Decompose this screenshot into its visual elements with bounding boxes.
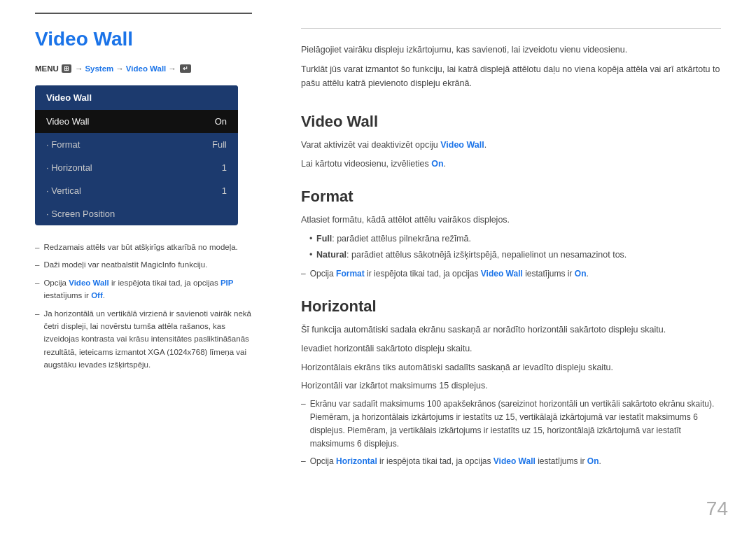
arrow2: → <box>115 64 124 73</box>
videowall-label: Video Wall <box>126 64 167 73</box>
top-divider <box>35 13 252 14</box>
page-number: 74 <box>706 498 728 520</box>
section-note: –Ekrānu var sadalīt maksimums 100 apakše… <box>301 398 721 451</box>
menu-path: MENU ⊞ → System → Video Wall → ↵ <box>35 64 252 73</box>
page-layout: Video Wall MENU ⊞ → System → Video Wall … <box>0 0 756 534</box>
sections-container: Video WallVarat aktivizēt vai deaktivizē… <box>301 96 721 472</box>
bullet-list: Full: parādiet attēlus pilnekrāna režīmā… <box>301 232 721 262</box>
section-title-horizontal: Horizontal <box>301 297 721 316</box>
section-paragraph: Horizontāli var izkārtot maksimums 15 di… <box>301 379 721 393</box>
enter-icon: ↵ <box>180 64 191 73</box>
arrow1: → <box>75 64 83 73</box>
section-note: –Opcija Horizontal ir iespējota tikai ta… <box>301 455 721 468</box>
intro2: Turklāt jūs varat izmantot šo funkciju, … <box>301 62 721 90</box>
intro1: Pielāgojiet vairāku displeju izkārtojumu… <box>301 43 721 57</box>
menu-item[interactable]: · Vertical1 <box>35 179 238 202</box>
section-paragraph: Varat aktivizēt vai deaktivizēt opciju V… <box>301 138 721 153</box>
arrow3: → <box>168 64 176 73</box>
menu-item-value: 1 <box>222 185 227 196</box>
menu-box-title: Video Wall <box>35 85 238 110</box>
note-text: Opcija Video Wall ir iespējota tikai tad… <box>43 276 252 302</box>
note-text: Opcija Horizontal ir iespējota tikai tad… <box>310 455 601 468</box>
note-text: Opcija Format ir iespējota tikai tad, ja… <box>310 267 589 281</box>
right-panel: Pielāgojiet vairāku displeju izkārtojumu… <box>273 0 756 534</box>
menu-item[interactable]: · Horizontal1 <box>35 156 238 179</box>
note-item: –Redzamais attēls var būt atšķirīgs atka… <box>35 241 252 253</box>
menu-item[interactable]: · Screen Position <box>35 202 238 225</box>
menu-item[interactable]: Video WallOn <box>35 110 238 133</box>
menu-box: Video Wall Video WallOn· FormatFull· Hor… <box>35 85 238 225</box>
system-label: System <box>85 64 113 73</box>
note-item: –Ja horizontālā un vertikālā virzienā ir… <box>35 307 252 372</box>
note-text: Daži modeļi var neatbalstīt MagicInfo fu… <box>43 258 207 271</box>
note-item: –Daži modeļi var neatbalstīt MagicInfo f… <box>35 258 252 271</box>
menu-item[interactable]: · FormatFull <box>35 133 238 156</box>
bullet-item: Natural: parādiet attēlus sākotnējā izšķ… <box>309 248 721 262</box>
note-dash: – <box>301 455 306 468</box>
bullet-item: Full: parādiet attēlus pilnekrāna režīmā… <box>309 232 721 246</box>
section-paragraph: Ievadiet horizontāli sakārtoto displeju … <box>301 342 721 356</box>
notes-section: –Redzamais attēls var būt atšķirīgs atka… <box>35 241 252 372</box>
note-item: –Opcija Video Wall ir iespējota tikai ta… <box>35 276 252 302</box>
section-title-video-wall: Video Wall <box>301 113 721 131</box>
note-dash: – <box>35 307 39 320</box>
menu-item-label: · Screen Position <box>46 209 115 219</box>
menu-item-label: Video Wall <box>46 116 89 127</box>
section-title-format: Format <box>301 188 721 206</box>
note-dash: – <box>35 241 39 253</box>
note-dash: – <box>301 398 306 451</box>
menu-item-value: Full <box>212 139 227 150</box>
note-dash: – <box>301 267 306 281</box>
note-dash: – <box>35 258 39 271</box>
note-dash: – <box>35 276 39 289</box>
section-paragraph: Horizontālais ekrāns tiks automātiski sa… <box>301 360 721 375</box>
menu-item-value: On <box>215 116 227 127</box>
section-paragraph: Lai kārtotu videosienu, izvēlieties On. <box>301 157 721 171</box>
section-note: –Opcija Format ir iespējota tikai tad, j… <box>301 267 721 281</box>
menu-item-label: · Horizontal <box>46 162 92 173</box>
menu-item-value: 1 <box>222 162 227 173</box>
menu-item-label: · Vertical <box>46 185 81 196</box>
menu-icon: ⊞ <box>62 64 71 73</box>
section-horizontal: HorizontalŠī funkcija automātiski sadala… <box>301 297 721 468</box>
menu-item-label: · Format <box>46 139 80 150</box>
note-text: Ja horizontālā un vertikālā virzienā ir … <box>43 307 252 372</box>
section-video-wall: Video WallVarat aktivizēt vai deaktivizē… <box>301 113 721 171</box>
section-paragraph: Atlasiet formātu, kādā attēlot attēlu va… <box>301 213 721 227</box>
section-paragraph: Šī funkcija automātiski sadala ekrānu sa… <box>301 323 721 337</box>
note-text: Redzamais attēls var būt atšķirīgs atkar… <box>43 241 237 253</box>
note-text: Ekrānu var sadalīt maksimums 100 apakšek… <box>310 398 721 451</box>
left-panel: Video Wall MENU ⊞ → System → Video Wall … <box>0 0 273 534</box>
menu-label: MENU <box>35 64 59 73</box>
top-divider-right <box>301 28 721 29</box>
page-title: Video Wall <box>35 28 252 50</box>
section-format: FormatAtlasiet formātu, kādā attēlot att… <box>301 188 721 281</box>
